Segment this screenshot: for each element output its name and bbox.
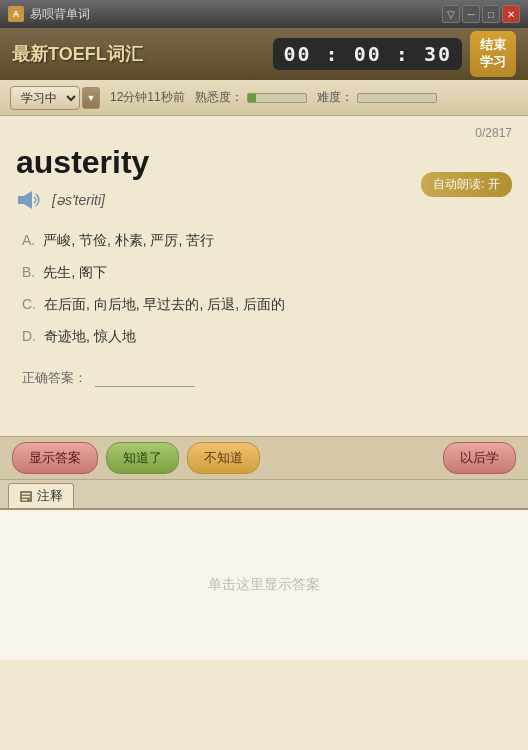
option-d-label: D. [22, 328, 36, 344]
app-title: 易呗背单词 [30, 6, 442, 23]
bottom-buttons: 显示答案 知道了 不知道 以后学 [0, 436, 528, 480]
notes-section: 注释 单击这里显示答案 [0, 480, 528, 750]
option-b-text: 先生, 阁下 [43, 264, 107, 280]
unknown-button[interactable]: 不知道 [187, 442, 260, 474]
window-controls: ▽ ─ □ ✕ [442, 5, 520, 23]
app-icon: A [8, 6, 24, 22]
know-button[interactable]: 知道了 [106, 442, 179, 474]
word-count: 0/2817 [16, 126, 512, 140]
difficulty-label: 难度： [317, 89, 353, 106]
auto-read-toggle: 自动朗读: 开 [421, 172, 512, 197]
options-list: A. 严峻, 节俭, 朴素, 严厉, 苦行 B. 先生, 阁下 C. 在后面, … [16, 225, 512, 353]
minimize-button[interactable]: ─ [462, 5, 480, 23]
svg-rect-0 [18, 196, 24, 204]
sound-icon[interactable] [16, 189, 44, 211]
svg-rect-3 [22, 493, 30, 495]
option-a-label: A. [22, 232, 35, 248]
time-info: 12分钟11秒前 [110, 89, 185, 106]
timer-sep1: : [326, 42, 354, 66]
option-a-text: 严峻, 节俭, 朴素, 严厉, 苦行 [43, 232, 214, 248]
answer-row: 正确答案： [16, 369, 512, 387]
familiarity-section: 熟悉度： [195, 89, 307, 106]
option-b[interactable]: B. 先生, 阁下 [16, 257, 512, 289]
notes-tab[interactable]: 注释 [8, 483, 74, 508]
notes-tab-label: 注释 [37, 487, 63, 505]
mode-select[interactable]: 学习中 [10, 86, 80, 110]
header: 最新TOEFL词汇 00 : 00 : 30 结束学习 [0, 28, 528, 80]
timer-minutes: 00 [354, 42, 382, 66]
dropdown-arrow[interactable]: ▼ [82, 87, 100, 109]
option-b-label: B. [22, 264, 35, 280]
notes-tab-bar: 注释 [0, 480, 528, 510]
svg-marker-1 [24, 191, 32, 209]
timer-area: 00 : 00 : 30 结束学习 [273, 31, 516, 77]
main-content: 0/2817 austerity [əs'teriti] 自动朗读: 开 A. … [0, 116, 528, 436]
familiarity-label: 熟悉度： [195, 89, 243, 106]
answer-underline [95, 369, 195, 387]
notes-tab-icon [19, 490, 33, 503]
content-wrapper: 0/2817 austerity [əs'teriti] 自动朗读: 开 A. … [0, 116, 528, 750]
difficulty-bar [357, 93, 437, 103]
timer-sep2: : [396, 42, 424, 66]
timer-hours: 00 [283, 42, 311, 66]
end-study-button[interactable]: 结束学习 [470, 31, 516, 77]
notes-content[interactable]: 单击这里显示答案 [0, 510, 528, 660]
option-c-text: 在后面, 向后地, 早过去的, 后退, 后面的 [44, 296, 285, 312]
notes-placeholder: 单击这里显示答案 [208, 576, 320, 594]
maximize-button[interactable]: □ [482, 5, 500, 23]
collapse-button[interactable]: ▽ [442, 5, 460, 23]
option-c[interactable]: C. 在后面, 向后地, 早过去的, 后退, 后面的 [16, 289, 512, 321]
svg-rect-5 [22, 499, 27, 501]
phonetic: [əs'teriti] [52, 192, 105, 208]
svg-rect-4 [22, 496, 30, 498]
option-d-text: 奇迹地, 惊人地 [44, 328, 136, 344]
toolbar: 学习中 ▼ 12分钟11秒前 熟悉度： 难度： [0, 80, 528, 116]
mode-select-wrapper: 学习中 ▼ [10, 86, 100, 110]
familiarity-fill [248, 94, 257, 102]
timer-seconds: 30 [424, 42, 452, 66]
timer-display: 00 : 00 : 30 [273, 38, 462, 70]
vocab-title: 最新TOEFL词汇 [12, 42, 143, 66]
option-d[interactable]: D. 奇迹地, 惊人地 [16, 321, 512, 353]
auto-read-button[interactable]: 自动朗读: 开 [421, 172, 512, 197]
show-answer-button[interactable]: 显示答案 [12, 442, 98, 474]
difficulty-section: 难度： [317, 89, 437, 106]
answer-label: 正确答案： [22, 369, 87, 387]
option-a[interactable]: A. 严峻, 节俭, 朴素, 严厉, 苦行 [16, 225, 512, 257]
close-button[interactable]: ✕ [502, 5, 520, 23]
option-c-label: C. [22, 296, 36, 312]
title-bar: A 易呗背单词 ▽ ─ □ ✕ [0, 0, 528, 28]
familiarity-bar [247, 93, 307, 103]
later-button[interactable]: 以后学 [443, 442, 516, 474]
